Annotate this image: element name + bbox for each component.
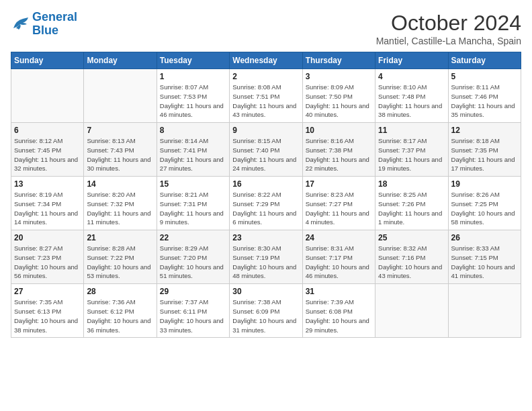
location: Mantiel, Castille-La Mancha, Spain [376,36,521,46]
calendar-cell: 17Sunrise: 8:23 AMSunset: 7:27 PMDayligh… [302,177,375,230]
calendar-cell: 2Sunrise: 8:08 AMSunset: 7:51 PMDaylight… [230,69,302,123]
day-info: Sunrise: 8:17 AMSunset: 7:37 PMDaylight:… [378,136,445,173]
day-info: Sunrise: 8:26 AMSunset: 7:25 PMDaylight:… [451,190,518,227]
day-number: 29 [160,287,226,296]
day-info: Sunrise: 8:25 AMSunset: 7:26 PMDaylight:… [378,190,445,227]
calendar-cell: 11Sunrise: 8:17 AMSunset: 7:37 PMDayligh… [375,123,448,177]
calendar-cell [375,284,448,338]
calendar-cell: 18Sunrise: 8:25 AMSunset: 7:26 PMDayligh… [375,177,448,230]
day-info: Sunrise: 8:28 AMSunset: 7:22 PMDaylight:… [87,244,153,281]
day-info: Sunrise: 8:31 AMSunset: 7:17 PMDaylight:… [306,244,372,281]
calendar-cell [448,284,521,338]
calendar-cell: 24Sunrise: 8:31 AMSunset: 7:17 PMDayligh… [302,230,375,284]
day-of-week-header: Tuesday [157,52,229,69]
day-number: 15 [160,179,226,189]
day-number: 6 [14,126,81,135]
calendar-cell: 20Sunrise: 8:27 AMSunset: 7:23 PMDayligh… [11,230,84,284]
calendar-table: SundayMondayTuesdayWednesdayThursdayFrid… [11,52,521,338]
day-info: Sunrise: 8:32 AMSunset: 7:16 PMDaylight:… [378,244,445,281]
logo: General Blue [11,11,77,38]
calendar-cell: 4Sunrise: 8:10 AMSunset: 7:48 PMDaylight… [375,69,448,123]
day-of-week-header: Monday [84,52,157,69]
title-block: October 2024 Mantiel, Castille-La Mancha… [376,11,521,46]
logo-icon [11,16,30,32]
day-number: 2 [232,72,299,81]
day-number: 7 [87,126,153,135]
day-info: Sunrise: 8:19 AMSunset: 7:34 PMDaylight:… [14,190,81,227]
day-number: 8 [160,126,226,135]
calendar-week-row: 1Sunrise: 8:07 AMSunset: 7:53 PMDaylight… [11,69,521,123]
day-info: Sunrise: 8:14 AMSunset: 7:41 PMDaylight:… [160,136,226,173]
day-number: 13 [14,179,81,189]
day-number: 12 [451,126,518,135]
calendar-cell: 16Sunrise: 8:22 AMSunset: 7:29 PMDayligh… [230,177,302,230]
day-info: Sunrise: 8:21 AMSunset: 7:31 PMDaylight:… [160,190,226,227]
calendar-cell: 22Sunrise: 8:29 AMSunset: 7:20 PMDayligh… [157,230,229,284]
calendar-week-row: 6Sunrise: 8:12 AMSunset: 7:45 PMDaylight… [11,123,521,177]
day-info: Sunrise: 8:23 AMSunset: 7:27 PMDaylight:… [306,190,372,227]
page-header: General Blue October 2024 Mantiel, Casti… [11,11,521,46]
day-number: 21 [87,233,153,242]
day-number: 3 [306,72,372,81]
day-info: Sunrise: 8:29 AMSunset: 7:20 PMDaylight:… [160,244,226,281]
day-info: Sunrise: 8:12 AMSunset: 7:45 PMDaylight:… [14,136,81,173]
calendar-cell: 19Sunrise: 8:26 AMSunset: 7:25 PMDayligh… [448,177,521,230]
day-info: Sunrise: 7:35 AMSunset: 6:13 PMDaylight:… [14,298,81,334]
day-number: 10 [306,126,372,135]
day-info: Sunrise: 8:18 AMSunset: 7:35 PMDaylight:… [451,136,518,173]
day-info: Sunrise: 8:33 AMSunset: 7:15 PMDaylight:… [451,244,518,281]
calendar-cell: 3Sunrise: 8:09 AMSunset: 7:50 PMDaylight… [302,69,375,123]
day-number: 14 [87,179,153,189]
day-number: 19 [451,179,518,189]
calendar-cell: 13Sunrise: 8:19 AMSunset: 7:34 PMDayligh… [11,177,84,230]
day-info: Sunrise: 7:39 AMSunset: 6:08 PMDaylight:… [306,298,372,334]
day-number: 30 [232,287,299,296]
day-number: 23 [232,233,299,242]
calendar-header-row: SundayMondayTuesdayWednesdayThursdayFrid… [11,52,521,69]
day-number: 26 [451,233,518,242]
calendar-cell: 7Sunrise: 8:13 AMSunset: 7:43 PMDaylight… [84,123,157,177]
day-of-week-header: Wednesday [230,52,302,69]
month-title: October 2024 [376,11,521,36]
day-info: Sunrise: 8:08 AMSunset: 7:51 PMDaylight:… [232,83,299,120]
day-number: 16 [232,179,299,189]
calendar-cell [84,69,157,123]
day-number: 31 [306,287,372,296]
day-info: Sunrise: 8:16 AMSunset: 7:38 PMDaylight:… [306,136,372,173]
day-info: Sunrise: 8:13 AMSunset: 7:43 PMDaylight:… [87,136,153,173]
day-info: Sunrise: 8:10 AMSunset: 7:48 PMDaylight:… [378,83,445,120]
day-of-week-header: Friday [375,52,448,69]
calendar-cell [11,69,84,123]
day-number: 4 [378,72,445,81]
day-number: 18 [378,179,445,189]
day-number: 5 [451,72,518,81]
calendar-cell: 8Sunrise: 8:14 AMSunset: 7:41 PMDaylight… [157,123,229,177]
day-number: 27 [14,287,81,296]
calendar-cell: 12Sunrise: 8:18 AMSunset: 7:35 PMDayligh… [448,123,521,177]
day-number: 11 [378,126,445,135]
calendar-cell: 29Sunrise: 7:37 AMSunset: 6:11 PMDayligh… [157,284,229,338]
calendar-cell: 25Sunrise: 8:32 AMSunset: 7:16 PMDayligh… [375,230,448,284]
day-info: Sunrise: 8:22 AMSunset: 7:29 PMDaylight:… [232,190,299,227]
calendar-cell: 10Sunrise: 8:16 AMSunset: 7:38 PMDayligh… [302,123,375,177]
day-info: Sunrise: 7:36 AMSunset: 6:12 PMDaylight:… [87,298,153,334]
day-number: 28 [87,287,153,296]
day-of-week-header: Thursday [302,52,375,69]
calendar-cell: 14Sunrise: 8:20 AMSunset: 7:32 PMDayligh… [84,177,157,230]
calendar-cell: 21Sunrise: 8:28 AMSunset: 7:22 PMDayligh… [84,230,157,284]
day-info: Sunrise: 8:09 AMSunset: 7:50 PMDaylight:… [306,83,372,120]
day-info: Sunrise: 8:20 AMSunset: 7:32 PMDaylight:… [87,190,153,227]
calendar-week-row: 20Sunrise: 8:27 AMSunset: 7:23 PMDayligh… [11,230,521,284]
calendar-cell: 28Sunrise: 7:36 AMSunset: 6:12 PMDayligh… [84,284,157,338]
day-number: 9 [232,126,299,135]
day-info: Sunrise: 8:07 AMSunset: 7:53 PMDaylight:… [160,83,226,120]
day-number: 25 [378,233,445,242]
day-info: Sunrise: 8:11 AMSunset: 7:46 PMDaylight:… [451,83,518,120]
calendar-week-row: 13Sunrise: 8:19 AMSunset: 7:34 PMDayligh… [11,177,521,230]
calendar-cell: 15Sunrise: 8:21 AMSunset: 7:31 PMDayligh… [157,177,229,230]
calendar-cell: 31Sunrise: 7:39 AMSunset: 6:08 PMDayligh… [302,284,375,338]
day-info: Sunrise: 8:30 AMSunset: 7:19 PMDaylight:… [232,244,299,281]
calendar-cell: 26Sunrise: 8:33 AMSunset: 7:15 PMDayligh… [448,230,521,284]
day-number: 22 [160,233,226,242]
day-number: 24 [306,233,372,242]
